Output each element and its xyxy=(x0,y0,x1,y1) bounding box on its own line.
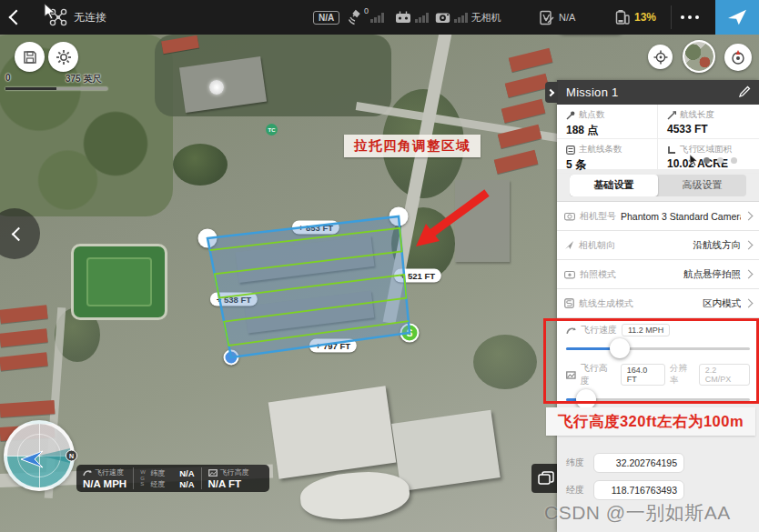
map-building-redroof xyxy=(501,99,546,124)
edge-length-left: + 538 FT xyxy=(210,293,258,306)
flight-altitude-slider[interactable] xyxy=(566,389,750,409)
save-mission-button[interactable] xyxy=(15,42,45,72)
altitude-icon xyxy=(208,469,218,477)
speed-value: N/A MPH xyxy=(83,478,126,489)
flight-mode-badge: N/A xyxy=(313,0,339,35)
gps-signal-bars xyxy=(370,12,384,23)
map-building xyxy=(235,236,374,283)
flight-speed-label: 飞行速度 xyxy=(581,324,617,336)
mouse-cursor-black xyxy=(689,154,699,167)
capture-mode-icon xyxy=(564,270,575,279)
latitude-input[interactable]: 32.202764195 xyxy=(593,453,684,473)
edit-mission-button[interactable] xyxy=(739,85,751,97)
altitude-value: N/A FT xyxy=(208,478,249,489)
battery-percent: 13% xyxy=(634,11,656,24)
altitude-slider-thumb[interactable] xyxy=(576,389,596,409)
camera-signal-bars xyxy=(454,12,468,23)
flight-speed-slider[interactable] xyxy=(566,338,750,358)
longitude-row: 经度 118.716763493 xyxy=(566,480,759,500)
save-icon xyxy=(23,50,37,65)
map-building-redroof xyxy=(0,352,48,370)
flight-altitude-value[interactable]: 164.0 FT xyxy=(621,364,665,386)
tab-basic-settings[interactable]: 基础设置 xyxy=(570,175,658,196)
scale-start-label: 0 xyxy=(5,73,11,83)
polygon-handle-bottomleft[interactable] xyxy=(224,350,239,366)
map-building-redroof xyxy=(0,328,48,346)
stats-page-dots[interactable] xyxy=(703,157,737,164)
map-building-white xyxy=(268,386,397,478)
route-mode-icon xyxy=(564,298,574,308)
latitude-label: 纬度 xyxy=(566,457,588,469)
map-water-tower xyxy=(209,80,224,95)
back-button[interactable] xyxy=(11,0,22,35)
compass-icon xyxy=(730,49,746,65)
stat-waypoints: 航点数 188 点 xyxy=(557,105,658,139)
tc-marker: TC xyxy=(266,124,278,136)
telemetry-gps: WGS 纬度N/A 经度N/A xyxy=(134,465,200,492)
edge-length-right: + 521 FT xyxy=(394,269,441,283)
wgs-label: WGS xyxy=(140,469,147,487)
map-building-redroof xyxy=(509,48,553,73)
polygon-handle-topright[interactable] xyxy=(390,207,409,226)
remote-controller-icon xyxy=(395,11,411,24)
longitude-input[interactable]: 118.716763493 xyxy=(593,480,684,500)
settings-button[interactable] xyxy=(48,42,78,72)
polygon-start-handle[interactable]: S xyxy=(400,324,420,343)
telemetry-speed: 飞行速度 N/A MPH xyxy=(76,465,133,492)
minimap-thumbnail xyxy=(684,42,713,71)
gps-count: 0 xyxy=(364,6,369,15)
chevron-right-icon xyxy=(744,212,754,221)
checklist-status-group[interactable]: N/A xyxy=(539,0,575,35)
battery-icon xyxy=(615,9,630,25)
edge-length-bottom: + 797 FT xyxy=(309,339,357,353)
more-button[interactable] xyxy=(681,0,699,35)
locate-button[interactable] xyxy=(648,45,673,69)
lng-label: 经度 xyxy=(150,479,172,489)
telemetry-bar: 飞行速度 N/A MPH WGS 纬度N/A 经度N/A 飞行高度 N/A FT xyxy=(76,465,269,492)
pencil-icon xyxy=(739,85,751,97)
row-capture-mode[interactable]: 拍照模式 航点悬停拍照 xyxy=(557,260,759,289)
connection-status: 无连接 xyxy=(74,10,106,25)
battery-status-group[interactable]: 13% xyxy=(615,0,656,35)
locate-icon xyxy=(653,50,668,65)
flight-sliders-section: 飞行速度 11.2 MPH 飞行高度 164.0 FT 分辨率 2.2 CM/P… xyxy=(557,318,759,403)
checklist-icon xyxy=(539,10,554,25)
altitude-label: 飞行高度 xyxy=(220,467,249,477)
takeoff-button[interactable] xyxy=(715,0,759,35)
route-length-icon xyxy=(667,111,676,120)
aircraft-connection: 无连接 xyxy=(49,0,106,35)
waypoint-icon xyxy=(566,111,575,120)
map-building xyxy=(455,180,510,262)
row-camera-heading[interactable]: 相机朝向 沿航线方向 xyxy=(557,231,759,260)
chevron-right-icon xyxy=(744,270,754,279)
map-scale-bar xyxy=(5,87,107,90)
compass-reset-button[interactable] xyxy=(724,44,752,71)
airplane-icon xyxy=(727,8,747,26)
map-building-redroof xyxy=(505,74,550,98)
map-trees xyxy=(473,335,537,389)
mission-title: Mission 1 xyxy=(566,85,619,99)
tab-advanced-settings[interactable]: 高级设置 xyxy=(658,175,746,196)
panel-collapse-tab[interactable] xyxy=(545,82,558,103)
lng-value: N/A xyxy=(179,479,194,489)
main-lines-icon xyxy=(566,146,575,155)
row-route-mode[interactable]: 航线生成模式 区内模式 xyxy=(557,289,759,318)
speed-slider-thumb[interactable] xyxy=(610,338,630,358)
gear-icon xyxy=(56,49,72,65)
attitude-compass: N xyxy=(4,420,75,491)
map-building-white xyxy=(299,468,411,523)
ellipsis-icon xyxy=(681,15,699,19)
gps-satellite-icon xyxy=(346,9,362,25)
map-building-redroof xyxy=(0,305,48,323)
flight-speed-icon xyxy=(566,326,576,335)
mission-stats: 航点数 188 点 航线长度 4533 FT xyxy=(557,105,759,169)
latitude-row: 纬度 32.202764195 xyxy=(566,453,759,473)
flight-speed-value[interactable]: 11.2 MPH xyxy=(622,324,670,336)
minimap-button[interactable] xyxy=(683,40,715,73)
watermark: CSDN @一别如斯AA xyxy=(544,500,731,526)
polygon-handle-topleft[interactable] xyxy=(198,229,218,248)
camera-heading-icon xyxy=(564,240,574,250)
row-camera-model[interactable]: 相机型号 Phantom 3 Standard Camera xyxy=(557,202,759,231)
chevron-right-icon xyxy=(744,241,754,250)
flight-altitude-label: 飞行高度 xyxy=(581,362,616,387)
